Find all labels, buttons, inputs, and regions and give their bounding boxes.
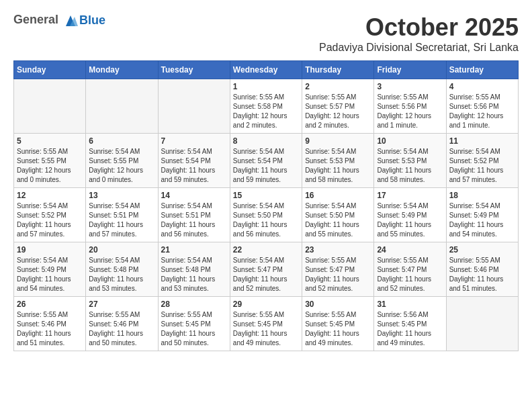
day-number: 20 bbox=[89, 245, 154, 255]
calendar-cell: 13Sunrise: 5:54 AM Sunset: 5:51 PM Dayli… bbox=[86, 188, 158, 242]
logo: General Blue bbox=[13, 13, 105, 28]
day-number: 26 bbox=[17, 300, 83, 309]
calendar-cell: 25Sunrise: 5:55 AM Sunset: 5:46 PM Dayli… bbox=[446, 242, 518, 297]
calendar-cell bbox=[86, 79, 158, 134]
day-number: 12 bbox=[17, 191, 83, 200]
day-number: 10 bbox=[377, 136, 443, 146]
weekday-header: Sunday bbox=[14, 61, 86, 79]
logo-general: General bbox=[13, 13, 58, 26]
calendar-cell: 29Sunrise: 5:55 AM Sunset: 5:45 PM Dayli… bbox=[230, 297, 302, 351]
calendar-cell: 5Sunrise: 5:55 AM Sunset: 5:55 PM Daylig… bbox=[14, 134, 86, 188]
day-number: 9 bbox=[305, 136, 371, 146]
day-number: 17 bbox=[377, 191, 443, 200]
calendar-cell: 19Sunrise: 5:54 AM Sunset: 5:49 PM Dayli… bbox=[14, 242, 86, 297]
calendar-cell: 28Sunrise: 5:55 AM Sunset: 5:45 PM Dayli… bbox=[158, 297, 230, 351]
page-header: General Blue October 2025 Padaviya Divis… bbox=[13, 13, 519, 54]
day-info: Sunrise: 5:54 AM Sunset: 5:49 PM Dayligh… bbox=[17, 256, 83, 293]
weekday-header: Wednesday bbox=[230, 61, 302, 79]
calendar-cell: 4Sunrise: 5:55 AM Sunset: 5:56 PM Daylig… bbox=[446, 79, 518, 134]
calendar-body: 1Sunrise: 5:55 AM Sunset: 5:58 PM Daylig… bbox=[14, 79, 519, 351]
day-info: Sunrise: 5:54 AM Sunset: 5:48 PM Dayligh… bbox=[89, 256, 154, 293]
calendar-cell: 23Sunrise: 5:55 AM Sunset: 5:47 PM Dayli… bbox=[302, 242, 374, 297]
day-info: Sunrise: 5:55 AM Sunset: 5:45 PM Dayligh… bbox=[161, 310, 227, 348]
calendar-cell: 14Sunrise: 5:54 AM Sunset: 5:51 PM Dayli… bbox=[158, 188, 230, 242]
day-info: Sunrise: 5:55 AM Sunset: 5:55 PM Dayligh… bbox=[17, 147, 83, 185]
day-info: Sunrise: 5:54 AM Sunset: 5:51 PM Dayligh… bbox=[89, 201, 154, 239]
day-number: 27 bbox=[89, 300, 154, 309]
calendar-cell: 15Sunrise: 5:54 AM Sunset: 5:50 PM Dayli… bbox=[230, 188, 302, 242]
day-number: 21 bbox=[161, 245, 227, 255]
day-number: 16 bbox=[305, 191, 371, 200]
day-number: 31 bbox=[377, 300, 443, 309]
location-title: Padaviya Divisional Secretariat, Sri Lan… bbox=[319, 42, 519, 54]
day-info: Sunrise: 5:54 AM Sunset: 5:54 PM Dayligh… bbox=[161, 147, 227, 185]
day-number: 6 bbox=[89, 136, 154, 146]
weekday-header: Monday bbox=[86, 61, 158, 79]
day-info: Sunrise: 5:54 AM Sunset: 5:55 PM Dayligh… bbox=[89, 147, 154, 185]
day-info: Sunrise: 5:55 AM Sunset: 5:47 PM Dayligh… bbox=[377, 256, 443, 293]
day-number: 1 bbox=[233, 82, 299, 91]
day-info: Sunrise: 5:55 AM Sunset: 5:45 PM Dayligh… bbox=[305, 310, 371, 348]
calendar-cell bbox=[158, 79, 230, 134]
calendar-cell: 31Sunrise: 5:56 AM Sunset: 5:45 PM Dayli… bbox=[374, 297, 446, 351]
month-title: October 2025 bbox=[319, 13, 519, 42]
day-number: 29 bbox=[233, 300, 299, 309]
calendar-cell: 8Sunrise: 5:54 AM Sunset: 5:54 PM Daylig… bbox=[230, 134, 302, 188]
calendar-week-row: 26Sunrise: 5:55 AM Sunset: 5:46 PM Dayli… bbox=[14, 297, 519, 351]
day-info: Sunrise: 5:55 AM Sunset: 5:46 PM Dayligh… bbox=[89, 310, 154, 348]
day-info: Sunrise: 5:55 AM Sunset: 5:46 PM Dayligh… bbox=[17, 310, 83, 348]
calendar-week-row: 5Sunrise: 5:55 AM Sunset: 5:55 PM Daylig… bbox=[14, 134, 519, 188]
day-number: 24 bbox=[377, 245, 443, 255]
day-number: 30 bbox=[305, 300, 371, 309]
day-number: 25 bbox=[449, 245, 515, 255]
day-info: Sunrise: 5:54 AM Sunset: 5:53 PM Dayligh… bbox=[377, 147, 443, 185]
day-info: Sunrise: 5:54 AM Sunset: 5:50 PM Dayligh… bbox=[305, 201, 371, 239]
day-number: 19 bbox=[17, 245, 83, 255]
day-number: 3 bbox=[377, 82, 443, 91]
day-info: Sunrise: 5:55 AM Sunset: 5:47 PM Dayligh… bbox=[305, 256, 371, 293]
day-number: 14 bbox=[161, 191, 227, 200]
calendar-cell: 26Sunrise: 5:55 AM Sunset: 5:46 PM Dayli… bbox=[14, 297, 86, 351]
day-info: Sunrise: 5:55 AM Sunset: 5:57 PM Dayligh… bbox=[305, 93, 371, 130]
day-number: 8 bbox=[233, 136, 299, 146]
day-info: Sunrise: 5:54 AM Sunset: 5:52 PM Dayligh… bbox=[17, 201, 83, 239]
weekday-header: Thursday bbox=[302, 61, 374, 79]
day-number: 7 bbox=[161, 136, 227, 146]
calendar-cell: 1Sunrise: 5:55 AM Sunset: 5:58 PM Daylig… bbox=[230, 79, 302, 134]
day-number: 11 bbox=[449, 136, 515, 146]
calendar-cell: 9Sunrise: 5:54 AM Sunset: 5:53 PM Daylig… bbox=[302, 134, 374, 188]
day-info: Sunrise: 5:54 AM Sunset: 5:47 PM Dayligh… bbox=[233, 256, 299, 293]
weekday-header: Tuesday bbox=[158, 61, 230, 79]
day-number: 4 bbox=[449, 82, 515, 91]
day-number: 5 bbox=[17, 136, 83, 146]
calendar-cell: 17Sunrise: 5:54 AM Sunset: 5:49 PM Dayli… bbox=[374, 188, 446, 242]
calendar-cell: 7Sunrise: 5:54 AM Sunset: 5:54 PM Daylig… bbox=[158, 134, 230, 188]
day-info: Sunrise: 5:55 AM Sunset: 5:46 PM Dayligh… bbox=[449, 256, 515, 293]
day-number: 2 bbox=[305, 82, 371, 91]
day-number: 28 bbox=[161, 300, 227, 309]
day-info: Sunrise: 5:54 AM Sunset: 5:49 PM Dayligh… bbox=[377, 201, 443, 239]
calendar-header-row: SundayMondayTuesdayWednesdayThursdayFrid… bbox=[14, 61, 519, 79]
day-info: Sunrise: 5:54 AM Sunset: 5:49 PM Dayligh… bbox=[449, 201, 515, 239]
day-number: 18 bbox=[449, 191, 515, 200]
weekday-header: Friday bbox=[374, 61, 446, 79]
calendar-cell: 24Sunrise: 5:55 AM Sunset: 5:47 PM Dayli… bbox=[374, 242, 446, 297]
day-number: 15 bbox=[233, 191, 299, 200]
calendar-week-row: 1Sunrise: 5:55 AM Sunset: 5:58 PM Daylig… bbox=[14, 79, 519, 134]
day-info: Sunrise: 5:55 AM Sunset: 5:56 PM Dayligh… bbox=[377, 93, 443, 130]
calendar-cell: 20Sunrise: 5:54 AM Sunset: 5:48 PM Dayli… bbox=[86, 242, 158, 297]
day-info: Sunrise: 5:55 AM Sunset: 5:58 PM Dayligh… bbox=[233, 93, 299, 130]
calendar-cell: 3Sunrise: 5:55 AM Sunset: 5:56 PM Daylig… bbox=[374, 79, 446, 134]
calendar-week-row: 12Sunrise: 5:54 AM Sunset: 5:52 PM Dayli… bbox=[14, 188, 519, 242]
day-info: Sunrise: 5:56 AM Sunset: 5:45 PM Dayligh… bbox=[377, 310, 443, 348]
calendar-cell: 27Sunrise: 5:55 AM Sunset: 5:46 PM Dayli… bbox=[86, 297, 158, 351]
weekday-header: Saturday bbox=[446, 61, 518, 79]
calendar-cell: 11Sunrise: 5:54 AM Sunset: 5:52 PM Dayli… bbox=[446, 134, 518, 188]
day-info: Sunrise: 5:55 AM Sunset: 5:45 PM Dayligh… bbox=[233, 310, 299, 348]
day-number: 22 bbox=[233, 245, 299, 255]
calendar-cell bbox=[446, 297, 518, 351]
calendar-cell: 30Sunrise: 5:55 AM Sunset: 5:45 PM Dayli… bbox=[302, 297, 374, 351]
calendar-cell: 16Sunrise: 5:54 AM Sunset: 5:50 PM Dayli… bbox=[302, 188, 374, 242]
day-info: Sunrise: 5:54 AM Sunset: 5:51 PM Dayligh… bbox=[161, 201, 227, 239]
calendar-cell: 21Sunrise: 5:54 AM Sunset: 5:48 PM Dayli… bbox=[158, 242, 230, 297]
